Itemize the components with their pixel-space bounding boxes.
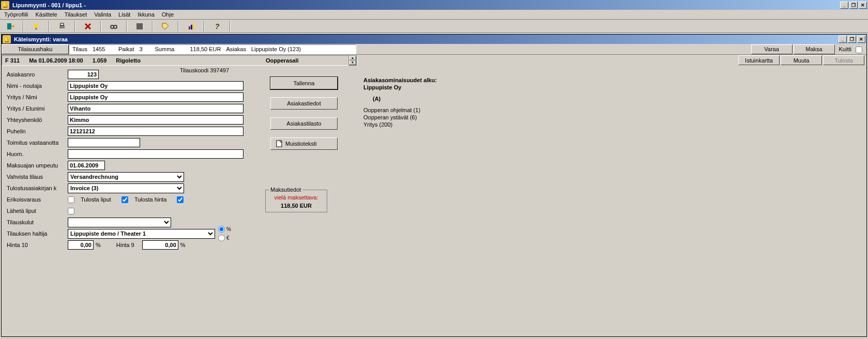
document-icon [276,140,282,147]
erikois-checkbox[interactable] [68,196,74,203]
menu-kasittele[interactable]: Käsittele [32,10,60,19]
restore-button[interactable]: ❐ [849,2,858,9]
maksu-input[interactable] [68,161,105,170]
outer-title: Lipunmyynti - 001 / lippu1 - [11,2,839,8]
customer-attributes: Asiakasominaisuudet alku: Lippupiste Oy … [363,69,437,128]
eur-radio[interactable] [218,235,225,241]
event-datetime: Ma 01.06.2009 18:00 [29,57,83,64]
nimi-label: Nimi - noutaja [7,83,68,89]
vahvista-select[interactable]: Versandrechnung [68,172,184,182]
asiakas-value: Lippupiste Oy (123) [251,46,301,52]
yhteys-input[interactable] [68,115,243,125]
maksa-button[interactable]: Maksa [794,44,835,54]
svg-point-6 [114,25,117,28]
asiakastilasto-button[interactable]: Asiakastilasto [270,117,338,130]
summa-label: Summa [155,46,175,52]
close-button[interactable]: ✕ [859,2,867,9]
huom-label: Huom. [7,151,68,157]
cust-attr-code: (A) [373,96,437,102]
svg-rect-4 [60,23,64,25]
toimitus-input[interactable] [68,138,140,147]
kuitti-checkbox[interactable] [856,47,862,53]
paikat-value: 3 [140,46,150,52]
huom-input[interactable] [68,149,243,159]
cust-attr-header: Asiakasominaisuudet alku: [363,77,437,83]
tilauskulut-label: Tilauskulut [7,219,68,225]
nimi-input[interactable] [68,81,243,90]
yritys-etu-input[interactable] [68,104,243,113]
tallenna-button[interactable]: Tallenna [270,77,338,89]
app-icon: 🔔 [1,1,9,9]
yhteys-label: Yhteyshenkilö [7,117,68,123]
report-icon[interactable] [182,21,201,32]
kuitti-label: Kuitti [836,44,855,54]
menu-valinta[interactable]: Valinta [91,10,114,19]
hinta9-label: Hinta 9 [116,242,142,248]
menubar: Työprofiili Käsittele Tilaukset Valinta … [0,10,868,20]
child-restore-button[interactable]: ❐ [848,36,856,43]
tulosta-hinta-label: Tulosta hinta [134,196,167,203]
minimize-button[interactable]: _ [840,2,848,9]
asiakasnro-input[interactable] [68,70,99,79]
tilaisuushaku-button[interactable]: Tilaisuushaku [2,44,69,54]
summa-value: 118,50 EUR [179,46,221,52]
tag-icon[interactable] [156,21,175,32]
exit-icon[interactable] [1,21,20,32]
child-close-button[interactable]: ✕ [857,36,865,43]
menu-ikkuna[interactable]: Ikkuna [134,10,157,19]
event-spinner[interactable]: ▲▼ [348,55,357,66]
help-icon[interactable]: ? [208,21,226,32]
binoculars-icon[interactable] [104,21,123,32]
menu-ohje[interactable]: Ohje [159,10,177,19]
puhelin-input[interactable] [68,127,243,136]
paikat-label: Paikat [118,46,134,52]
muistioteksti-button[interactable]: Muistioteksti [270,137,338,150]
asiakasnro-label: Asiakasnro [7,71,68,78]
varaa-button[interactable]: Varaa [751,44,793,54]
asiakastiedot-button[interactable]: Asiakastiedot [270,97,338,110]
tilaus-label: Tilaus [72,46,87,52]
tulosta-hinta-checkbox[interactable] [177,196,184,203]
inner-window: 🔔 Käteismyynti: varaa _ ❐ ✕ Tilaisuushak… [1,34,867,337]
tilauskoodi: Tilauskoodi 397497 [180,67,229,73]
haltija-select[interactable]: Lippupiste demo / Theater 1 [68,229,215,239]
istuinkartta-button[interactable]: Istuinkartta [738,55,780,65]
asiakas-label: Asiakas [226,46,246,52]
hinta10-label: Hinta 10 [7,242,68,248]
yritys-etu-label: Yritys / Etunimi [7,105,68,112]
toimitus-label: Toimitus vastaanotta [7,140,68,146]
menu-lisat[interactable]: Lisät [115,10,133,19]
tulostus-select[interactable]: Invoice (3) [68,183,184,193]
cust-attr-line: Oopperan ohjelmat (1) [363,107,437,113]
laheta-checkbox[interactable] [68,208,74,214]
cust-attr-name: Lippupiste Oy [363,84,437,90]
laheta-label: Lähetä liput [7,208,68,214]
tilauskulut-select[interactable] [68,218,171,227]
event-hall: Oopperasali [266,57,299,64]
print-icon[interactable] [53,21,71,32]
cust-attr-line: Yritys (200) [363,121,437,128]
menu-tyoprofiili[interactable]: Työprofiili [1,10,31,19]
delete-icon[interactable] [79,21,97,32]
svg-rect-2 [35,28,37,29]
yritys-nimi-label: Yritys / Nimi [7,94,68,100]
app-icon: 🔔 [3,35,11,43]
svg-rect-3 [59,25,65,28]
puhelin-label: Puhelin [7,128,68,134]
menu-tilaukset[interactable]: Tilaukset [62,10,90,19]
toolbar: ? [0,20,868,33]
haltija-label: Tilauksen haltija [7,230,68,237]
muuta-button[interactable]: Muuta [781,55,822,65]
hinta10-input[interactable] [68,240,94,250]
yritys-nimi-input[interactable] [68,93,243,102]
hinta9-input[interactable] [142,240,178,250]
svg-rect-12 [277,141,282,147]
svg-text:?: ? [215,22,220,30]
erikois-label: Erikoisvaraus [7,196,68,203]
lightbulb-icon[interactable] [27,21,45,32]
outstanding-amount: 118,50 EUR [269,203,324,209]
pct-radio[interactable] [218,226,225,233]
cust-attr-line: Oopperan ystävät (6) [363,114,437,120]
child-minimize-button[interactable]: _ [839,36,847,43]
tulosta-liput-checkbox[interactable] [121,196,128,203]
